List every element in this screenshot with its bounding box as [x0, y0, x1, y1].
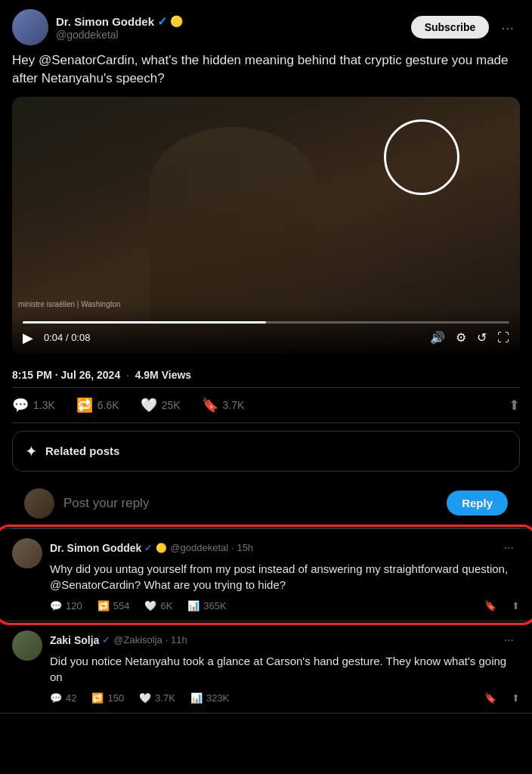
- hr-views-count: 365K: [203, 600, 226, 611]
- progress-bar[interactable]: [23, 321, 509, 324]
- hr-bookmark-icon: 🔖: [484, 600, 496, 611]
- second-reply-time: · 11h: [165, 634, 187, 646]
- heart-icon: 🤍: [141, 397, 157, 413]
- sr-heart-icon: 🤍: [139, 692, 151, 704]
- related-posts-label: Related posts: [45, 444, 119, 457]
- sr-bookmark-stat[interactable]: 🔖: [484, 692, 496, 704]
- hr-retweet-count: 554: [113, 600, 130, 611]
- sparkle-icon: ✦: [25, 442, 38, 460]
- author-info: Dr. Simon Goddek ✓ 🟡 @goddeketal: [56, 14, 183, 41]
- highlighted-reply-content: Dr. Simon Goddek ✓ 🟡 @goddeketal · 15h ·…: [50, 538, 520, 611]
- main-post: Dr. Simon Goddek ✓ 🟡 @goddeketal Subscri…: [0, 0, 532, 529]
- author-handle: @goddeketal: [56, 29, 183, 41]
- play-button[interactable]: ▶: [23, 330, 33, 346]
- author-row: Dr. Simon Goddek ✓ 🟡 @goddeketal Subscri…: [12, 9, 520, 45]
- hr-like-count: 6K: [160, 600, 172, 611]
- sr-retweet-count: 150: [107, 692, 124, 704]
- post-views: 4.9M Views: [135, 369, 191, 381]
- hr-share-stat[interactable]: ⬆: [512, 600, 520, 611]
- sr-views-count: 323K: [206, 692, 229, 704]
- sr-comment-stat[interactable]: 💬 42: [50, 692, 76, 704]
- second-reply-more-icon[interactable]: ···: [498, 630, 520, 650]
- sr-views-icon: 📊: [190, 692, 203, 704]
- sr-share-stat[interactable]: ⬆: [512, 692, 520, 704]
- hr-heart-icon: 🤍: [144, 600, 156, 611]
- second-reply-avatar[interactable]: [12, 630, 42, 661]
- circle-highlight: [384, 119, 459, 195]
- second-reply-verified: ✓: [102, 634, 110, 646]
- bookmark-icon: 🔖: [202, 397, 218, 413]
- volume-icon[interactable]: 🔊: [430, 330, 445, 345]
- highlighted-reply-verified-blue: ✓: [144, 542, 153, 553]
- progress-fill: [23, 321, 266, 324]
- highlighted-reply-more-icon[interactable]: ···: [498, 538, 520, 558]
- sr-bookmark-icon: 🔖: [484, 692, 496, 704]
- retweet-stat[interactable]: 🔁 6.6K: [76, 397, 119, 413]
- hr-views-stat[interactable]: 📊 365K: [187, 600, 226, 611]
- highlighted-reply-time: · 15h: [231, 542, 253, 553]
- hr-comment-icon: 💬: [50, 600, 62, 611]
- comment-icon: 💬: [12, 397, 29, 413]
- author-left: Dr. Simon Goddek ✓ 🟡 @goddeketal: [12, 9, 183, 45]
- sr-retweet-stat[interactable]: 🔁 150: [91, 692, 124, 704]
- second-reply-author-info: Zaki Solja ✓ @Zakisolja · 11h: [50, 634, 187, 646]
- hr-comment-count: 120: [66, 600, 82, 611]
- more-options-icon[interactable]: ···: [495, 16, 520, 39]
- hr-retweet-stat[interactable]: 🔁 554: [97, 600, 130, 611]
- retweet-count: 6.6K: [97, 399, 119, 411]
- reply-box: Post your reply Reply: [12, 479, 520, 528]
- video-container[interactable]: ministre israélien | Washington ▶ 0:04 /…: [12, 97, 520, 354]
- subscribe-button[interactable]: Subscribe: [411, 16, 490, 39]
- highlighted-reply-stats: 💬 120 🔁 554 🤍 6K 📊 365K 🔖: [50, 600, 520, 611]
- reply-author-row: Dr. Simon Goddek ✓ 🟡 @goddeketal · 15h ·…: [50, 538, 520, 558]
- second-reply-author-row: Zaki Solja ✓ @Zakisolja · 11h ···: [50, 630, 520, 650]
- like-count: 25K: [162, 399, 181, 411]
- comment-count: 1.3K: [33, 399, 55, 411]
- controls-row: ▶ 0:04 / 0:08 🔊 ⚙ ↺ ⛶: [23, 330, 509, 346]
- stats-row: 💬 1.3K 🔁 6.6K 🤍 25K 🔖 3.7K ⬆: [12, 387, 520, 423]
- reply-row: Dr. Simon Goddek ✓ 🟡 @goddeketal · 15h ·…: [12, 538, 520, 611]
- sr-retweet-icon: 🔁: [91, 692, 104, 704]
- hr-like-stat[interactable]: 🤍 6K: [144, 600, 172, 611]
- sr-share-icon: ⬆: [512, 692, 520, 704]
- second-reply-stats: 💬 42 🔁 150 🤍 3.7K 📊 323K 🔖: [50, 692, 520, 704]
- sr-like-stat[interactable]: 🤍 3.7K: [139, 692, 175, 704]
- replay-icon[interactable]: ↺: [477, 330, 487, 345]
- fullscreen-icon[interactable]: ⛶: [497, 331, 509, 345]
- time-display: 0:04 / 0:08: [44, 332, 419, 343]
- second-reply-text: Did you notice Netanyahu took a glance a…: [50, 653, 520, 685]
- verified-blue-icon: ✓: [157, 14, 167, 29]
- highlighted-reply-avatar[interactable]: [12, 538, 42, 568]
- post-text: Hey @SenatorCardin, what's the hidden me…: [12, 51, 520, 88]
- hr-retweet-icon: 🔁: [97, 600, 110, 611]
- name-row: Dr. Simon Goddek ✓ 🟡: [56, 14, 183, 29]
- sr-views-stat[interactable]: 📊 323K: [190, 692, 229, 704]
- video-controls: ▶ 0:04 / 0:08 🔊 ⚙ ↺ ⛶: [12, 306, 520, 354]
- bookmark-count: 3.7K: [223, 399, 245, 411]
- bookmark-stat[interactable]: 🔖 3.7K: [202, 397, 245, 413]
- share-icon: ⬆: [509, 397, 520, 413]
- reply-avatar: [24, 488, 54, 519]
- like-stat[interactable]: 🤍 25K: [141, 397, 181, 413]
- settings-icon[interactable]: ⚙: [456, 330, 466, 345]
- hr-share-icon: ⬆: [512, 600, 520, 611]
- related-posts[interactable]: ✦ Related posts: [12, 431, 520, 472]
- sr-comment-icon: 💬: [50, 692, 62, 704]
- reply-input-placeholder[interactable]: Post your reply: [63, 496, 438, 511]
- hr-comment-stat[interactable]: 💬 120: [50, 600, 82, 611]
- highlighted-reply-verified-gold: 🟡: [156, 543, 167, 553]
- comment-stat[interactable]: 💬 1.3K: [12, 397, 55, 413]
- reply-button[interactable]: Reply: [447, 491, 508, 515]
- hr-bookmark-stat[interactable]: 🔖: [484, 600, 496, 611]
- sr-like-count: 3.7K: [155, 692, 175, 704]
- second-reply-name: Zaki Solja: [50, 634, 99, 646]
- sr-comment-count: 42: [66, 692, 76, 704]
- second-reply-handle: @Zakisolja: [113, 634, 162, 646]
- reply-author-info: Dr. Simon Goddek ✓ 🟡 @goddeketal · 15h: [50, 542, 253, 554]
- post-timestamp: 8:15 PM · Jul 26, 2024: [12, 369, 120, 381]
- avatar[interactable]: [12, 9, 48, 45]
- hr-views-icon: 📊: [187, 600, 200, 611]
- share-stat[interactable]: ⬆: [509, 397, 520, 413]
- person-silhouette: [150, 127, 316, 324]
- highlighted-reply-text: Why did you untag yourself from my post …: [50, 561, 520, 593]
